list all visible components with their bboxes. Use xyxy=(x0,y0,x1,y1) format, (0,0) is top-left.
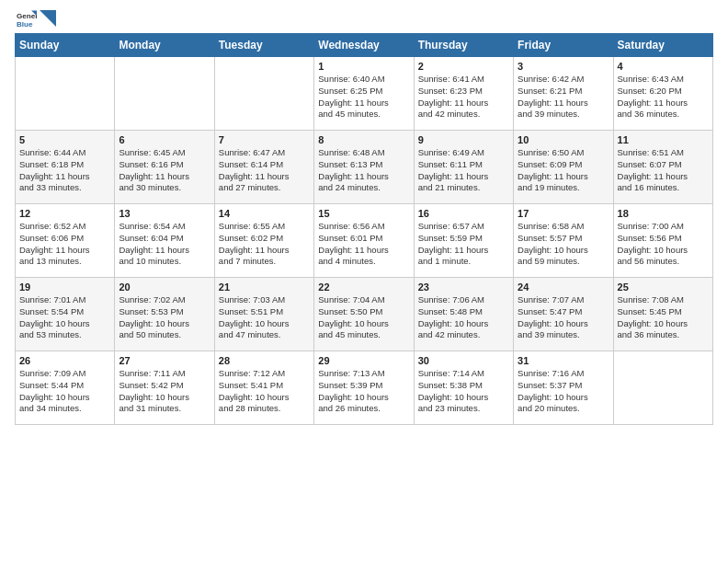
day-details: Sunrise: 7:01 AM Sunset: 5:54 PM Dayligh… xyxy=(19,294,110,341)
day-details: Sunrise: 7:06 AM Sunset: 5:48 PM Dayligh… xyxy=(418,294,509,341)
calendar-cell: 5Sunrise: 6:44 AM Sunset: 6:18 PM Daylig… xyxy=(16,131,115,204)
day-number: 5 xyxy=(19,134,110,145)
day-number: 23 xyxy=(418,282,509,293)
calendar-cell: 28Sunrise: 7:12 AM Sunset: 5:41 PM Dayli… xyxy=(214,351,313,425)
calendar-cell: 6Sunrise: 6:45 AM Sunset: 6:16 PM Daylig… xyxy=(115,131,214,204)
week-row-3: 19Sunrise: 7:01 AM Sunset: 5:54 PM Dayli… xyxy=(16,278,713,351)
weekday-header-wednesday: Wednesday xyxy=(314,34,414,57)
weekday-header-row: SundayMondayTuesdayWednesdayThursdayFrid… xyxy=(16,34,713,57)
weekday-header-thursday: Thursday xyxy=(414,34,513,57)
page-container: General Blue Su xyxy=(0,0,728,432)
calendar-cell: 8Sunrise: 6:48 AM Sunset: 6:13 PM Daylig… xyxy=(314,131,414,204)
calendar-cell: 13Sunrise: 6:54 AM Sunset: 6:04 PM Dayli… xyxy=(115,204,214,278)
logo: General Blue xyxy=(15,9,56,29)
day-number: 1 xyxy=(318,61,409,72)
day-details: Sunrise: 7:04 AM Sunset: 5:50 PM Dayligh… xyxy=(318,294,409,341)
weekday-header-tuesday: Tuesday xyxy=(214,34,313,57)
day-number: 4 xyxy=(618,61,709,72)
day-details: Sunrise: 7:03 AM Sunset: 5:51 PM Dayligh… xyxy=(219,294,310,341)
calendar-cell: 30Sunrise: 7:14 AM Sunset: 5:38 PM Dayli… xyxy=(414,351,513,425)
day-details: Sunrise: 6:43 AM Sunset: 6:20 PM Dayligh… xyxy=(618,74,709,121)
svg-text:Blue: Blue xyxy=(17,20,33,29)
day-number: 8 xyxy=(318,134,409,145)
svg-marker-3 xyxy=(40,10,56,27)
day-number: 7 xyxy=(219,134,310,145)
day-details: Sunrise: 6:49 AM Sunset: 6:11 PM Dayligh… xyxy=(418,147,509,194)
week-row-4: 26Sunrise: 7:09 AM Sunset: 5:44 PM Dayli… xyxy=(16,351,713,425)
calendar-cell: 15Sunrise: 6:56 AM Sunset: 6:01 PM Dayli… xyxy=(314,204,414,278)
calendar-cell xyxy=(613,351,712,425)
weekday-header-saturday: Saturday xyxy=(613,34,712,57)
day-details: Sunrise: 6:41 AM Sunset: 6:23 PM Dayligh… xyxy=(418,74,509,121)
day-details: Sunrise: 7:11 AM Sunset: 5:42 PM Dayligh… xyxy=(119,368,210,415)
day-details: Sunrise: 6:44 AM Sunset: 6:18 PM Dayligh… xyxy=(19,147,110,194)
day-number: 30 xyxy=(418,355,509,366)
day-details: Sunrise: 7:14 AM Sunset: 5:38 PM Dayligh… xyxy=(418,368,509,415)
calendar-cell: 9Sunrise: 6:49 AM Sunset: 6:11 PM Daylig… xyxy=(414,131,513,204)
week-row-0: 1Sunrise: 6:40 AM Sunset: 6:25 PM Daylig… xyxy=(16,57,713,131)
day-number: 13 xyxy=(119,208,210,219)
day-number: 12 xyxy=(19,208,110,219)
day-details: Sunrise: 6:40 AM Sunset: 6:25 PM Dayligh… xyxy=(318,74,409,121)
calendar-table: SundayMondayTuesdayWednesdayThursdayFrid… xyxy=(15,33,713,425)
day-number: 9 xyxy=(418,134,509,145)
day-details: Sunrise: 6:48 AM Sunset: 6:13 PM Dayligh… xyxy=(318,147,409,194)
weekday-header-friday: Friday xyxy=(514,34,613,57)
day-number: 21 xyxy=(219,282,310,293)
day-number: 3 xyxy=(518,61,609,72)
calendar-cell xyxy=(214,57,313,131)
calendar-cell: 7Sunrise: 6:47 AM Sunset: 6:14 PM Daylig… xyxy=(214,131,313,204)
weekday-header-sunday: Sunday xyxy=(16,34,115,57)
day-number: 28 xyxy=(219,355,310,366)
day-number: 19 xyxy=(19,282,110,293)
calendar-cell: 4Sunrise: 6:43 AM Sunset: 6:20 PM Daylig… xyxy=(613,57,712,131)
calendar-cell: 27Sunrise: 7:11 AM Sunset: 5:42 PM Dayli… xyxy=(115,351,214,425)
calendar-cell: 1Sunrise: 6:40 AM Sunset: 6:25 PM Daylig… xyxy=(314,57,414,131)
calendar-cell: 14Sunrise: 6:55 AM Sunset: 6:02 PM Dayli… xyxy=(214,204,313,278)
calendar-cell: 16Sunrise: 6:57 AM Sunset: 5:59 PM Dayli… xyxy=(414,204,513,278)
day-details: Sunrise: 6:50 AM Sunset: 6:09 PM Dayligh… xyxy=(518,147,609,194)
logo-icon: General Blue xyxy=(17,9,37,29)
calendar-cell: 12Sunrise: 6:52 AM Sunset: 6:06 PM Dayli… xyxy=(16,204,115,278)
calendar-cell: 23Sunrise: 7:06 AM Sunset: 5:48 PM Dayli… xyxy=(414,278,513,351)
weekday-header-monday: Monday xyxy=(115,34,214,57)
day-number: 27 xyxy=(119,355,210,366)
day-details: Sunrise: 7:02 AM Sunset: 5:53 PM Dayligh… xyxy=(119,294,210,341)
day-details: Sunrise: 7:08 AM Sunset: 5:45 PM Dayligh… xyxy=(618,294,709,341)
calendar-cell: 26Sunrise: 7:09 AM Sunset: 5:44 PM Dayli… xyxy=(16,351,115,425)
day-number: 2 xyxy=(418,61,509,72)
day-details: Sunrise: 6:47 AM Sunset: 6:14 PM Dayligh… xyxy=(219,147,310,194)
day-details: Sunrise: 6:42 AM Sunset: 6:21 PM Dayligh… xyxy=(518,74,609,121)
day-details: Sunrise: 6:56 AM Sunset: 6:01 PM Dayligh… xyxy=(318,221,409,268)
day-number: 10 xyxy=(518,134,609,145)
calendar-cell: 10Sunrise: 6:50 AM Sunset: 6:09 PM Dayli… xyxy=(514,131,613,204)
calendar-cell: 3Sunrise: 6:42 AM Sunset: 6:21 PM Daylig… xyxy=(514,57,613,131)
calendar-cell: 29Sunrise: 7:13 AM Sunset: 5:39 PM Dayli… xyxy=(314,351,414,425)
calendar-cell xyxy=(115,57,214,131)
day-details: Sunrise: 7:13 AM Sunset: 5:39 PM Dayligh… xyxy=(318,368,409,415)
day-number: 25 xyxy=(618,282,709,293)
calendar-cell: 17Sunrise: 6:58 AM Sunset: 5:57 PM Dayli… xyxy=(514,204,613,278)
logo-arrow-icon xyxy=(40,10,56,27)
day-number: 24 xyxy=(518,282,609,293)
day-number: 20 xyxy=(119,282,210,293)
day-number: 17 xyxy=(518,208,609,219)
calendar-cell: 19Sunrise: 7:01 AM Sunset: 5:54 PM Dayli… xyxy=(16,278,115,351)
day-details: Sunrise: 7:00 AM Sunset: 5:56 PM Dayligh… xyxy=(618,221,709,268)
day-details: Sunrise: 7:12 AM Sunset: 5:41 PM Dayligh… xyxy=(219,368,310,415)
calendar-cell: 11Sunrise: 6:51 AM Sunset: 6:07 PM Dayli… xyxy=(613,131,712,204)
calendar-cell: 24Sunrise: 7:07 AM Sunset: 5:47 PM Dayli… xyxy=(514,278,613,351)
calendar-cell xyxy=(16,57,115,131)
svg-text:General: General xyxy=(17,12,37,20)
day-number: 31 xyxy=(518,355,609,366)
day-details: Sunrise: 6:51 AM Sunset: 6:07 PM Dayligh… xyxy=(618,147,709,194)
calendar-cell: 21Sunrise: 7:03 AM Sunset: 5:51 PM Dayli… xyxy=(214,278,313,351)
day-details: Sunrise: 6:55 AM Sunset: 6:02 PM Dayligh… xyxy=(219,221,310,268)
day-number: 14 xyxy=(219,208,310,219)
day-number: 11 xyxy=(618,134,709,145)
day-details: Sunrise: 6:54 AM Sunset: 6:04 PM Dayligh… xyxy=(119,221,210,268)
day-number: 22 xyxy=(318,282,409,293)
header: General Blue xyxy=(15,9,713,29)
day-details: Sunrise: 6:58 AM Sunset: 5:57 PM Dayligh… xyxy=(518,221,609,268)
calendar-cell: 18Sunrise: 7:00 AM Sunset: 5:56 PM Dayli… xyxy=(613,204,712,278)
